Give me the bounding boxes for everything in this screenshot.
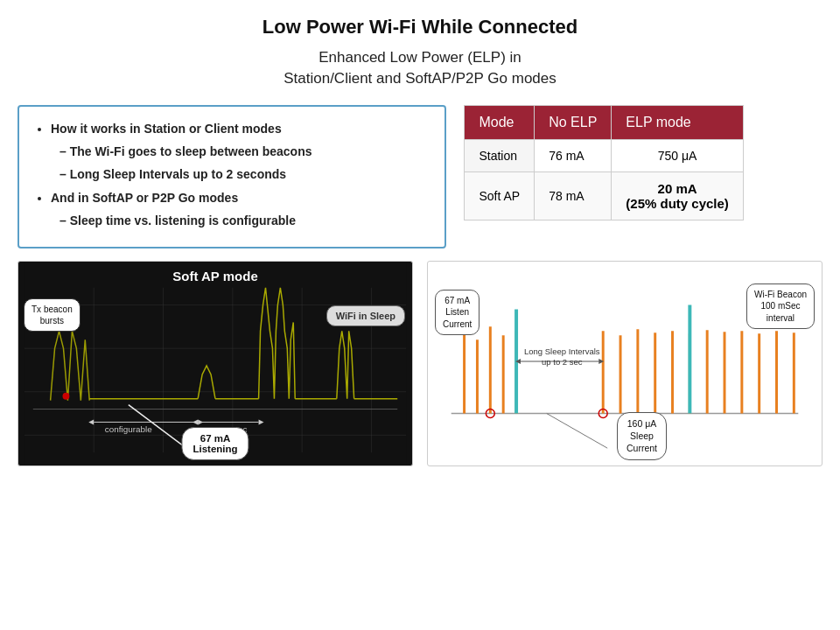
softap-panel-title: Soft AP mode [172,269,258,284]
col-mode: Mode [465,105,535,139]
row-station-mode: Station [465,139,535,172]
row-softap-noelp: 78 mA [535,172,612,220]
row-softap-elp: 20 mA (25% duty cycle) [612,172,744,220]
table-row-softap: Soft AP 78 mA 20 mA (25% duty cycle) [465,172,743,220]
wifi-sleep-bubble: WiFi in Sleep [326,305,405,326]
table-container: Mode No ELP ELP mode Station 76 mA 750 μ… [464,105,822,248]
station-panel: Station mode [427,261,822,466]
col-noelp: No ELP [535,105,612,139]
row-station-elp: 750 μA [612,139,744,172]
bullet-2-sub1: Sleep time vs. listening is configurable [60,211,429,230]
tx-beacon-bubble: Tx beacon bursts [24,298,80,332]
main-content: How it works in Station or Client modes … [0,105,840,248]
listening-bubble: 67 mA Listening [181,427,248,460]
row-softap-mode: Soft AP [465,172,535,220]
bullet-box: How it works in Station or Client modes … [18,105,446,248]
softap-panel: configurable 100 msec Soft AP mode Tx be… [18,261,413,466]
long-sleep-label: Long Sleep Intervals up to 2 sec [524,336,600,368]
bullet-1: How it works in Station or Client modes [51,119,429,138]
svg-point-15 [62,392,69,399]
sleep-current-bubble: 160 μA Sleep Current [617,412,667,460]
svg-text:configurable: configurable [105,424,152,434]
mode-table: Mode No ELP ELP mode Station 76 mA 750 μ… [464,105,743,220]
listen-current-bubble: 67 mA Listen Current [435,290,480,336]
bottom-panels: configurable 100 msec Soft AP mode Tx be… [0,261,840,466]
col-elp: ELP mode [612,105,744,139]
row-station-noelp: 76 mA [535,139,612,172]
subtitle: Enhanced Low Power (ELP) in Station/Clie… [0,47,840,89]
bullet-1-sub1: The Wi-Fi goes to sleep between beacons [60,142,429,161]
wifi-beacon-bubble: Wi-Fi Beacon 100 mSec interval [746,284,815,330]
page-title: Low Power Wi-Fi While Connected [0,0,840,47]
bullet-2: And in SoftAP or P2P Go modes [51,188,429,207]
table-row-station: Station 76 mA 750 μA [465,139,743,172]
bullet-1-sub2: Long Sleep Intervals up to 2 seconds [60,164,429,184]
